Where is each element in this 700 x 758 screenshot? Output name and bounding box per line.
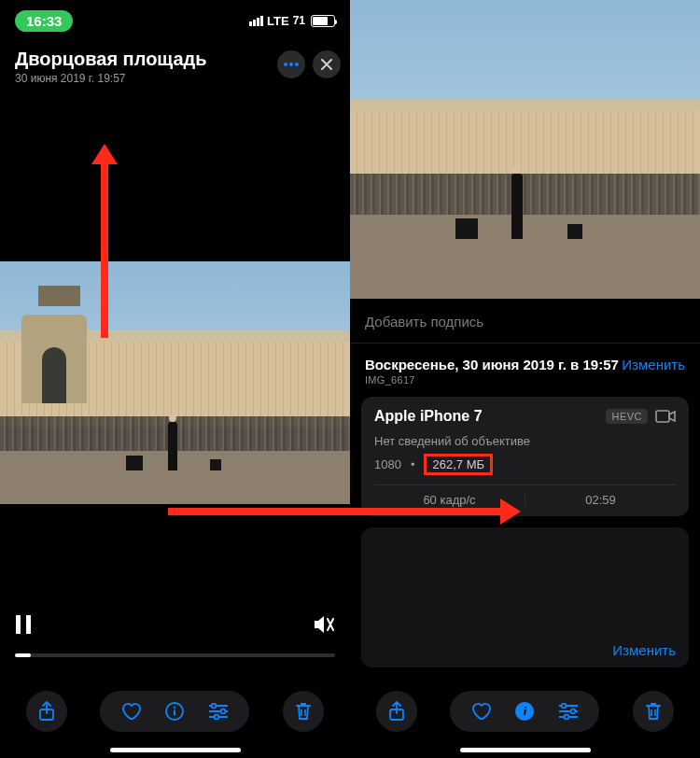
delete-button[interactable] xyxy=(283,691,324,732)
share-button[interactable] xyxy=(26,691,67,732)
svg-point-11 xyxy=(215,715,219,720)
svg-point-7 xyxy=(174,707,175,709)
home-indicator[interactable] xyxy=(460,748,591,752)
battery-percent: 71 xyxy=(293,14,305,27)
svg-point-16 xyxy=(565,715,569,720)
video-icon xyxy=(655,410,676,423)
resolution-value: 1080 xyxy=(374,457,401,471)
caption-input[interactable]: Добавить подпись xyxy=(350,299,700,344)
svg-point-15 xyxy=(571,709,576,714)
favorite-button[interactable] xyxy=(470,702,491,721)
file-size-highlight: 262,7 МБ xyxy=(424,454,493,475)
video-subtitle: 30 июня 2019 г. 19:57 xyxy=(15,72,294,85)
share-button[interactable] xyxy=(376,691,417,732)
video-title: Дворцовая площадь xyxy=(15,49,294,70)
date-label: Воскресенье, 30 июня 2019 г. в 19:57 xyxy=(365,357,619,372)
metadata-card: Apple iPhone 7 HEVC Нет сведений об объе… xyxy=(361,397,689,516)
info-panel: Добавить подпись Воскресенье, 30 июня 20… xyxy=(350,299,700,758)
info-button[interactable] xyxy=(165,702,184,721)
map-card[interactable]: Изменить xyxy=(361,527,689,667)
phone-right: Добавить подпись Воскресенье, 30 июня 20… xyxy=(350,0,700,758)
svg-rect-3 xyxy=(16,615,21,634)
pause-button[interactable] xyxy=(15,614,32,635)
mute-icon[interactable] xyxy=(313,614,335,635)
svg-point-9 xyxy=(212,704,217,709)
toolbar-pill xyxy=(100,691,249,732)
delete-button[interactable] xyxy=(633,691,674,732)
status-time-pill[interactable]: 16:33 xyxy=(15,10,73,32)
svg-point-0 xyxy=(284,63,287,66)
adjust-button[interactable] xyxy=(208,703,229,720)
svg-point-10 xyxy=(221,709,226,714)
duration-label: 02:59 xyxy=(525,493,676,507)
svg-point-1 xyxy=(289,63,293,66)
battery-icon xyxy=(311,15,335,27)
edit-date-button[interactable]: Изменить xyxy=(622,357,685,372)
close-button[interactable] xyxy=(313,50,341,78)
toolbar-left xyxy=(0,691,350,732)
svg-rect-8 xyxy=(174,710,175,716)
status-bar: 16:33 LTE 71 xyxy=(0,0,350,41)
resolution-line: 1080 • 262,7 МБ xyxy=(374,454,676,475)
map-edit-button[interactable]: Изменить xyxy=(612,642,676,658)
video-frame[interactable] xyxy=(0,261,350,504)
annotation-arrow-right xyxy=(168,508,504,515)
filename-label: IMG_6617 xyxy=(350,374,700,397)
phone-left: 16:33 LTE 71 Дворцовая площадь 30 июня 2… xyxy=(0,0,350,758)
svg-rect-12 xyxy=(656,411,669,422)
photo-preview[interactable] xyxy=(350,0,700,299)
status-right: LTE 71 xyxy=(249,14,335,28)
codec-badge: HEVC xyxy=(606,409,648,424)
lens-info: Нет сведений об объективе xyxy=(374,434,676,448)
toolbar-right: i xyxy=(350,691,700,732)
annotation-arrow-up xyxy=(101,161,108,338)
cellular-signal-icon xyxy=(249,16,263,26)
toolbar-pill: i xyxy=(450,691,599,732)
svg-point-14 xyxy=(562,704,567,709)
network-label: LTE xyxy=(267,14,289,28)
progress-bar[interactable] xyxy=(15,653,335,657)
adjust-button[interactable] xyxy=(558,703,579,720)
device-label: Apple iPhone 7 xyxy=(374,408,483,425)
video-header: Дворцовая площадь 30 июня 2019 г. 19:57 xyxy=(15,49,294,85)
favorite-button[interactable] xyxy=(120,702,141,721)
svg-point-2 xyxy=(295,63,299,66)
home-indicator[interactable] xyxy=(110,748,241,752)
info-button-active[interactable]: i xyxy=(515,702,534,721)
more-button[interactable] xyxy=(277,50,305,78)
svg-rect-4 xyxy=(26,615,31,634)
